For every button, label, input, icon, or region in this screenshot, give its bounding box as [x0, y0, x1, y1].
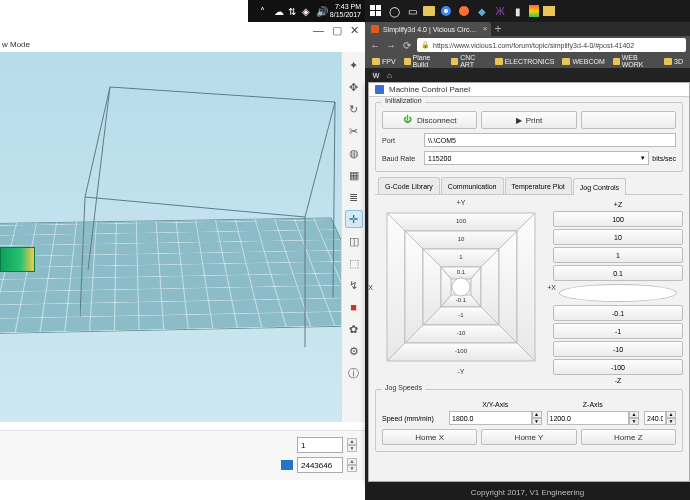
- step-down-icon[interactable]: ▼: [347, 465, 357, 472]
- bookmark-item[interactable]: ELECTRONICS: [492, 58, 558, 65]
- volume-icon[interactable]: 🔊: [316, 6, 326, 16]
- app-icon[interactable]: [529, 5, 539, 17]
- bookmarks-bar[interactable]: FPV Plane Build CNC ART ELECTRONICS WEBC…: [365, 54, 690, 68]
- home-y-button[interactable]: Home Y: [481, 429, 576, 445]
- z-speed2-input[interactable]: [644, 411, 666, 425]
- step-down-icon[interactable]: ▼: [347, 445, 357, 452]
- extra-button[interactable]: [581, 111, 676, 129]
- browser-tab[interactable]: Simplify3d 4.0 | Vicious Circ… ×: [365, 22, 491, 36]
- rotate-icon[interactable]: ↻: [345, 100, 363, 118]
- start-icon[interactable]: [369, 4, 383, 18]
- tab-communication[interactable]: Communication: [441, 177, 504, 194]
- model-preview[interactable]: [0, 247, 35, 272]
- jog-nz-100[interactable]: -100: [553, 359, 683, 375]
- wifi-icon[interactable]: ◈: [302, 6, 312, 16]
- back-icon[interactable]: ←: [369, 39, 381, 51]
- z-speed-input[interactable]: [547, 411, 630, 425]
- jog-nx-100[interactable]: [387, 213, 405, 361]
- close-icon[interactable]: ✕: [350, 24, 359, 37]
- windows-system-tray[interactable]: ˄ ☁ ⇅ ◈ 🔊 7:43 PM 8/15/2017: [248, 0, 365, 22]
- step-down-icon[interactable]: ▼: [666, 418, 676, 425]
- xy-speed-input[interactable]: [449, 411, 532, 425]
- cloud-icon[interactable]: ☁: [274, 6, 284, 16]
- taskview-icon[interactable]: ▭: [405, 4, 419, 18]
- maximize-icon[interactable]: ▢: [332, 24, 342, 37]
- app-icon[interactable]: [543, 6, 555, 16]
- jog-z-center[interactable]: [559, 284, 677, 302]
- field-b[interactable]: [297, 457, 343, 473]
- bookmark-item[interactable]: 3D: [661, 58, 686, 65]
- explorer-icon[interactable]: [423, 6, 435, 16]
- taskbar-clock[interactable]: 7:43 PM 8/15/2017: [330, 3, 361, 19]
- print-button[interactable]: ▶ Print: [481, 111, 576, 129]
- jog-nz-01[interactable]: -0.1: [553, 305, 683, 321]
- disconnect-button[interactable]: ⏻ Disconnect: [382, 111, 477, 129]
- step-up-icon[interactable]: ▲: [666, 411, 676, 418]
- info-icon[interactable]: ⓘ: [345, 364, 363, 382]
- jog-z-01[interactable]: 0.1: [553, 265, 683, 281]
- travel-icon[interactable]: ↯: [345, 276, 363, 294]
- jog-nz-10[interactable]: -10: [553, 341, 683, 357]
- pointer-icon[interactable]: ✦: [345, 56, 363, 74]
- bookmark-item[interactable]: FPV: [369, 58, 399, 65]
- settings-icon[interactable]: ⚙: [345, 342, 363, 360]
- view-icon[interactable]: ■: [345, 298, 363, 316]
- app-icon[interactable]: ◆: [475, 4, 489, 18]
- home-x-button[interactable]: Home X: [382, 429, 477, 445]
- support-icon[interactable]: ◍: [345, 144, 363, 162]
- chrome-icon[interactable]: [439, 4, 453, 18]
- search-icon[interactable]: ◯: [387, 4, 401, 18]
- cube-icon[interactable]: ▦: [345, 166, 363, 184]
- cutview-icon[interactable]: ◫: [345, 232, 363, 250]
- app-icon[interactable]: Ж: [493, 4, 507, 18]
- step-up-icon[interactable]: ▲: [347, 438, 357, 445]
- home-z-button[interactable]: Home Z: [581, 429, 676, 445]
- bookmark-item[interactable]: Plane Build: [401, 54, 447, 68]
- crosshair-icon[interactable]: ✛: [345, 210, 363, 228]
- bookmark-item[interactable]: WEB WORK: [610, 54, 659, 68]
- step-up-icon[interactable]: ▲: [629, 411, 639, 418]
- jog-nx-10[interactable]: [405, 231, 423, 343]
- paint-icon[interactable]: ✿: [345, 320, 363, 338]
- jog-center[interactable]: [452, 278, 470, 296]
- reload-icon[interactable]: ⟳: [401, 39, 413, 51]
- field-a[interactable]: [297, 437, 343, 453]
- port-value[interactable]: \\.\COM5: [424, 133, 676, 147]
- address-bar[interactable]: 🔒 https://www.vicious1.com/forum/topic/s…: [417, 38, 686, 52]
- step-down-icon[interactable]: ▼: [532, 418, 542, 425]
- site-admin-bar[interactable]: W ⌂: [365, 68, 690, 82]
- forward-icon[interactable]: →: [385, 39, 397, 51]
- chevron-up-icon[interactable]: ˄: [260, 6, 270, 16]
- new-tab-icon[interactable]: +: [491, 22, 506, 36]
- wireframe-icon[interactable]: ⬚: [345, 254, 363, 272]
- baud-select[interactable]: 115200 ▾: [424, 151, 649, 165]
- firefox-icon[interactable]: [457, 4, 471, 18]
- jog-z-100[interactable]: 100: [553, 211, 683, 227]
- step-down-icon[interactable]: ▼: [629, 418, 639, 425]
- tab-temperature-plot[interactable]: Temperature Plot: [505, 177, 572, 194]
- step-up-icon[interactable]: ▲: [347, 458, 357, 465]
- network-icon[interactable]: ⇅: [288, 6, 298, 16]
- move-icon[interactable]: ✥: [345, 78, 363, 96]
- bookmark-item[interactable]: CNC ART: [448, 54, 489, 68]
- clip-icon[interactable]: ✂: [345, 122, 363, 140]
- wordpress-icon[interactable]: W: [371, 70, 381, 80]
- tab-gcode-library[interactable]: G-Code Library: [378, 177, 440, 194]
- bookmark-item[interactable]: WEBCOM: [559, 58, 607, 65]
- jog-nz-1[interactable]: -1: [553, 323, 683, 339]
- jog-z-1[interactable]: 1: [553, 247, 683, 263]
- tab-jog-controls[interactable]: Jog Controls: [573, 178, 626, 195]
- jog-x-10[interactable]: [499, 231, 517, 343]
- windows-taskbar[interactable]: ◯ ▭ ◆ Ж ▮: [365, 0, 690, 22]
- step-up-icon[interactable]: ▲: [532, 411, 542, 418]
- browser-tabstrip[interactable]: Simplify3d 4.0 | Vicious Circ… × +: [365, 22, 690, 36]
- viewport-3d[interactable]: [0, 52, 365, 422]
- jog-z-10[interactable]: 10: [553, 229, 683, 245]
- lock-icon: 🔒: [421, 41, 430, 49]
- minimize-icon[interactable]: —: [313, 24, 324, 37]
- close-tab-icon[interactable]: ×: [483, 24, 488, 33]
- jog-x-100[interactable]: [517, 213, 535, 361]
- layers-icon[interactable]: ≣: [345, 188, 363, 206]
- app-icon[interactable]: ▮: [511, 4, 525, 18]
- home-icon[interactable]: ⌂: [387, 71, 392, 80]
